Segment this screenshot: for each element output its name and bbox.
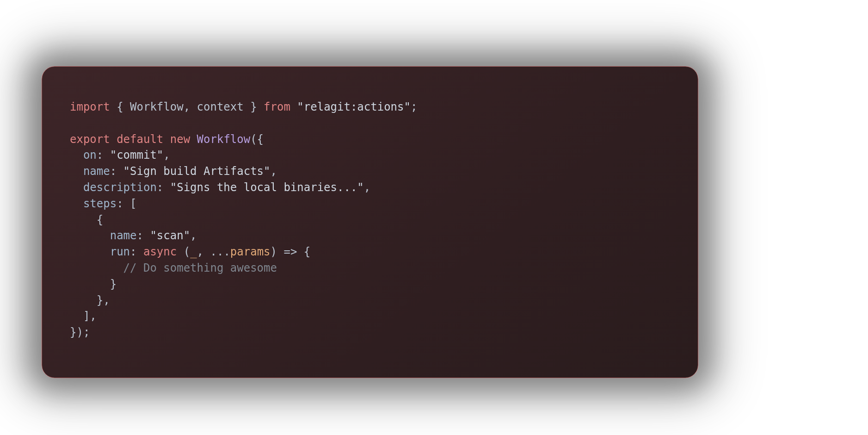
string-step-name-value: "scan" — [150, 229, 190, 242]
punctuation: ({ — [250, 133, 264, 146]
param-params: params — [230, 245, 271, 258]
code-block: import { Workflow, context } from "relag… — [70, 99, 670, 341]
keyword-export: export — [70, 133, 110, 146]
punctuation: ; — [411, 100, 417, 113]
punctuation: , — [197, 245, 210, 258]
code-card: import { Workflow, context } from "relag… — [42, 66, 698, 378]
string-module: "relagit:actions" — [297, 100, 411, 113]
keyword-new: new — [170, 133, 190, 146]
punctuation: : — [157, 181, 170, 194]
spacer — [110, 133, 117, 146]
punctuation: : — [117, 197, 130, 210]
identifier-workflow: Workflow — [130, 100, 184, 113]
indent — [70, 197, 83, 210]
spacer — [163, 133, 170, 146]
punctuation: : — [97, 149, 110, 162]
punctuation: ] — [83, 310, 90, 323]
punctuation: , — [271, 165, 277, 178]
keyword-from: from — [264, 100, 290, 113]
indent — [70, 181, 83, 194]
identifier-context: context — [197, 100, 244, 113]
punctuation: }); — [70, 326, 90, 339]
keyword-import: import — [70, 100, 110, 113]
property-description: description — [83, 181, 157, 194]
indent — [70, 165, 83, 178]
spread-operator: ... — [210, 245, 230, 258]
spacer — [290, 100, 297, 113]
punctuation: : — [137, 229, 150, 242]
param-underscore: _ — [190, 245, 197, 258]
indent — [70, 294, 97, 307]
punctuation: , — [364, 181, 370, 194]
punctuation: } — [244, 100, 264, 113]
string-on-value: "commit" — [110, 149, 164, 162]
property-step-name: name — [110, 229, 137, 242]
string-name-value: "Sign build Artifacts" — [123, 165, 271, 178]
class-workflow: Workflow — [197, 133, 251, 146]
property-on: on — [83, 149, 97, 162]
indent — [70, 213, 97, 226]
indent — [70, 245, 110, 258]
spacer — [190, 133, 197, 146]
indent — [70, 278, 110, 291]
property-name: name — [83, 165, 110, 178]
property-run: run — [110, 245, 130, 258]
indent — [70, 310, 83, 323]
punctuation: } — [110, 278, 117, 291]
punctuation: } — [97, 294, 103, 307]
punctuation: ) => { — [271, 245, 311, 258]
punctuation: ( — [177, 245, 190, 258]
keyword-async: async — [143, 245, 177, 258]
punctuation: { — [97, 213, 103, 226]
punctuation: , — [103, 294, 110, 307]
punctuation: [ — [130, 197, 136, 210]
punctuation: : — [110, 165, 123, 178]
punctuation: , — [90, 310, 96, 323]
comment: // Do something awesome — [123, 261, 277, 274]
punctuation: , — [163, 149, 170, 162]
keyword-default: default — [117, 133, 163, 146]
indent — [70, 229, 110, 242]
punctuation: , — [190, 229, 197, 242]
indent — [70, 149, 83, 162]
property-steps: steps — [83, 197, 117, 210]
punctuation: { — [110, 100, 130, 113]
indent — [70, 261, 123, 274]
punctuation: , — [184, 100, 197, 113]
string-description-value: "Signs the local binaries..." — [170, 181, 364, 194]
punctuation: : — [130, 245, 143, 258]
